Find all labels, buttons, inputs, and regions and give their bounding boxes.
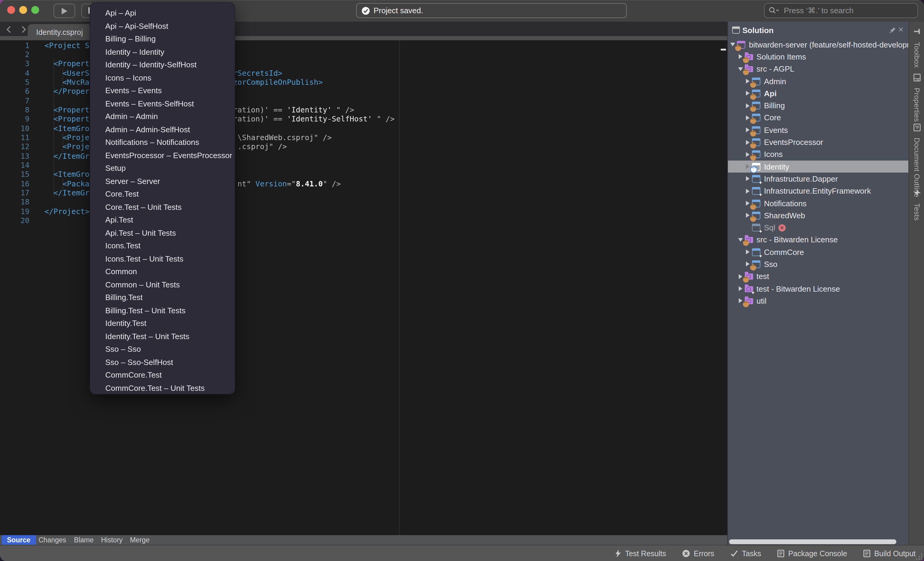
close-icon[interactable]: ✕ xyxy=(898,26,903,34)
run-config-menu-item[interactable]: Core.Test xyxy=(90,188,235,200)
solution-tree-row[interactable]: ···Api xyxy=(728,87,908,100)
dock-tab-document-outline[interactable]: Document Outline xyxy=(909,124,924,197)
expand-arrow-icon[interactable] xyxy=(745,103,751,108)
solution-tree-row[interactable]: ···Icons xyxy=(728,148,908,160)
collapse-arrow-icon[interactable] xyxy=(737,67,743,71)
run-config-menu-item[interactable]: Billing.Test xyxy=(90,291,235,304)
run-config-menu-item[interactable]: Sso – Sso xyxy=(90,343,235,356)
run-config-menu-item[interactable]: Server – Server xyxy=(90,175,235,188)
solution-tree-row[interactable]: ···Identity xyxy=(728,160,908,173)
run-config-menu-item[interactable]: Admin – Admin xyxy=(90,110,235,123)
view-tab-history[interactable]: History xyxy=(96,535,128,545)
solution-tree-row[interactable]: ✦test - Bitwarden License xyxy=(728,283,908,295)
expand-arrow-icon[interactable] xyxy=(745,164,751,169)
expand-arrow-icon[interactable] xyxy=(745,140,751,145)
solution-tree-row[interactable]: ···util xyxy=(728,295,908,307)
close-window-button[interactable] xyxy=(7,6,15,14)
run-config-menu-item[interactable]: Billing.Test – Unit Tests xyxy=(90,304,235,317)
expand-arrow-icon[interactable] xyxy=(745,188,751,193)
expand-arrow-icon[interactable] xyxy=(745,152,751,157)
solution-tree-row[interactable]: ···src - AGPL xyxy=(728,63,908,75)
solution-tree-row[interactable]: ···EventsProcessor xyxy=(728,136,908,148)
run-config-menu-item[interactable]: Notifications – Notifications xyxy=(90,136,235,149)
expand-arrow-icon[interactable] xyxy=(745,115,751,120)
editor-scrollbar-thumb[interactable] xyxy=(721,49,726,50)
zoom-window-button[interactable] xyxy=(31,6,39,14)
run-config-menu-item[interactable]: Icons.Test xyxy=(90,239,235,252)
solution-tree-row[interactable]: ···Admin xyxy=(728,75,908,87)
expand-arrow-icon[interactable] xyxy=(745,250,751,254)
run-config-menu-item[interactable]: Icons.Test – Unit Tests xyxy=(90,252,235,265)
pin-icon[interactable] xyxy=(889,27,896,34)
expand-arrow-icon[interactable] xyxy=(745,91,751,96)
navigate-forward-icon[interactable] xyxy=(19,25,28,34)
dock-tab-properties[interactable]: Properties xyxy=(909,74,924,122)
view-tab-source[interactable]: Source xyxy=(2,535,36,545)
expand-arrow-icon[interactable] xyxy=(745,201,751,206)
resize-grip[interactable] xyxy=(916,554,922,560)
solution-tree-row[interactable]: ···test xyxy=(728,270,908,283)
run-config-menu-item[interactable]: Identity.Test xyxy=(90,317,235,330)
run-config-menu-item[interactable]: CommCore.Test – Unit Tests xyxy=(90,381,235,395)
expand-arrow-icon[interactable] xyxy=(745,79,751,84)
solution-tree-row[interactable]: ···src - Bitwarden License xyxy=(728,234,908,246)
expand-arrow-icon[interactable] xyxy=(745,177,751,181)
expand-arrow-icon[interactable] xyxy=(745,213,751,218)
statusbar-item-tasks[interactable]: Tasks xyxy=(730,549,761,558)
solution-tree-row[interactable]: ✦Sql✕ xyxy=(728,221,908,234)
expand-arrow-icon[interactable] xyxy=(745,262,751,267)
run-config-menu-item[interactable]: Sso – Sso-SelfHost xyxy=(90,356,235,369)
run-config-menu-item[interactable]: Events – Events xyxy=(90,84,235,97)
solution-tree-row[interactable]: ···Events xyxy=(728,124,908,136)
statusbar-item-errors[interactable]: Errors xyxy=(682,549,714,558)
run-config-menu-item[interactable]: Identity – Identity-SelfHost xyxy=(90,58,235,71)
solution-tree-row[interactable]: ✦CommCore xyxy=(728,246,908,258)
expand-arrow-icon[interactable] xyxy=(737,299,743,303)
run-config-menu-item[interactable]: Icons – Icons xyxy=(90,71,235,84)
view-tab-merge[interactable]: Merge xyxy=(124,535,155,545)
view-tab-changes[interactable]: Changes xyxy=(33,535,72,545)
solution-tree-row[interactable]: ···Notifications xyxy=(728,197,908,209)
run-config-menu-item[interactable]: Api.Test – Unit Tests xyxy=(90,226,235,239)
run-config-menu-item[interactable]: CommCore.Test xyxy=(90,369,235,381)
navigate-back-icon[interactable] xyxy=(5,25,13,34)
run-button[interactable] xyxy=(54,4,75,18)
solution-tree-row[interactable]: ···Billing xyxy=(728,100,908,112)
solution-tree-row[interactable]: ···Solution Items xyxy=(728,51,908,63)
dock-tab-tests[interactable]: Tests xyxy=(909,189,924,221)
run-config-menu-item[interactable]: Common – Unit Tests xyxy=(90,278,235,291)
run-config-menu-item[interactable]: Identity.Test – Unit Tests xyxy=(90,330,235,343)
run-config-menu-item[interactable]: Api – Api xyxy=(90,7,235,19)
expand-arrow-icon[interactable] xyxy=(737,286,743,291)
run-config-menu-item[interactable]: Api.Test xyxy=(90,214,235,226)
tab-identity-csproj[interactable]: Identity.csproj xyxy=(28,24,92,40)
solution-tree-row[interactable]: ···SharedWeb xyxy=(728,209,908,221)
statusbar-item-build-output[interactable]: Build Output xyxy=(863,549,916,558)
run-config-menu-item[interactable]: Core.Test – Unit Tests xyxy=(90,200,235,214)
view-tab-blame[interactable]: Blame xyxy=(69,535,99,545)
minimize-window-button[interactable] xyxy=(19,6,27,14)
collapse-arrow-icon[interactable] xyxy=(730,43,736,46)
run-config-menu-item[interactable]: Identity – Identity xyxy=(90,45,235,58)
run-config-menu-item[interactable]: Admin – Admin-SelfHost xyxy=(90,123,235,136)
expand-arrow-icon[interactable] xyxy=(737,274,743,279)
solution-tree-row[interactable]: ···Core xyxy=(728,112,908,124)
solution-tree-row[interactable]: ✦Infrastructure.EntityFramework xyxy=(728,185,908,197)
expand-arrow-icon[interactable] xyxy=(737,54,743,59)
statusbar-item-package-console[interactable]: Package Console xyxy=(777,549,847,558)
pad-horizontal-scrollbar[interactable] xyxy=(729,539,896,544)
run-config-menu-item[interactable]: Billing – Billing xyxy=(90,33,235,45)
collapse-arrow-icon[interactable] xyxy=(737,238,743,242)
dock-tab-toolbox[interactable]: Toolbox xyxy=(909,28,924,68)
global-search-input[interactable]: Press ‘⌘.’ to search xyxy=(764,3,918,18)
solution-tree-row[interactable]: ···Sso xyxy=(728,258,908,271)
solution-tree-row[interactable]: ···bitwarden-server (feature/self-hosted… xyxy=(728,39,908,51)
run-config-menu-item[interactable]: Setup xyxy=(90,162,235,175)
run-config-menu-item[interactable]: Events – Events-SelfHost xyxy=(90,97,235,110)
expand-arrow-icon[interactable] xyxy=(745,127,751,132)
solution-tree-row[interactable]: ✦Infrastructure.Dapper xyxy=(728,173,908,185)
run-config-menu-item[interactable]: Api – Api-SelfHost xyxy=(90,19,235,33)
run-config-menu-item[interactable]: EventsProcessor – EventsProcessor xyxy=(90,149,235,162)
statusbar-item-test-results[interactable]: Test Results xyxy=(615,549,666,558)
run-config-menu-item[interactable]: Common xyxy=(90,265,235,278)
